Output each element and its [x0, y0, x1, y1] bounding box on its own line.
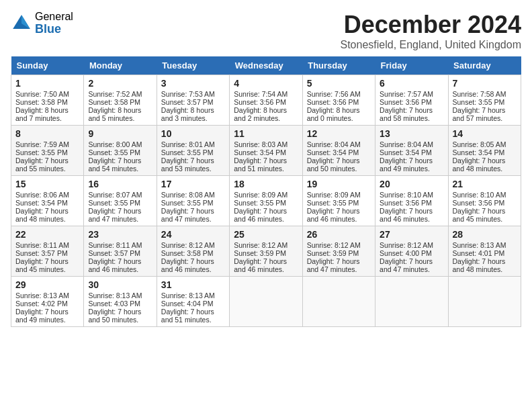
calendar-cell: 9Sunrise: 8:00 AMSunset: 3:55 PMDaylight…	[84, 126, 157, 176]
daylight-text: Daylight: 7 hours and 46 minutes.	[307, 207, 360, 223]
daylight-text: Daylight: 7 hours and 50 minutes.	[88, 308, 141, 324]
calendar-table: SundayMondayTuesdayWednesdayThursdayFrid…	[11, 56, 521, 327]
sunrise-text: Sunrise: 8:11 AM	[15, 241, 69, 249]
calendar-cell: 8Sunrise: 7:59 AMSunset: 3:55 PMDaylight…	[11, 126, 84, 176]
calendar-cell: 4Sunrise: 7:54 AMSunset: 3:56 PMDaylight…	[230, 75, 302, 126]
calendar-cell: 30Sunrise: 8:13 AMSunset: 4:03 PMDayligh…	[84, 277, 157, 327]
sunrise-text: Sunrise: 8:06 AM	[15, 191, 69, 199]
day-number: 21	[453, 179, 517, 189]
sunset-text: Sunset: 3:56 PM	[380, 98, 432, 106]
sunrise-text: Sunrise: 8:01 AM	[161, 140, 215, 148]
day-number: 16	[88, 179, 152, 189]
daylight-text: Daylight: 7 hours and 54 minutes.	[88, 156, 141, 173]
sunrise-text: Sunrise: 7:57 AM	[380, 90, 433, 98]
sunrise-text: Sunrise: 8:09 AM	[234, 191, 287, 199]
calendar-cell: 6Sunrise: 7:57 AMSunset: 3:56 PMDaylight…	[375, 75, 448, 126]
daylight-text: Daylight: 8 hours and 2 minutes.	[234, 106, 287, 122]
daylight-text: Daylight: 7 hours and 49 minutes.	[380, 156, 433, 173]
sunrise-text: Sunrise: 7:53 AM	[161, 90, 215, 98]
sunrise-text: Sunrise: 8:13 AM	[161, 291, 215, 300]
daylight-text: Daylight: 7 hours and 46 minutes.	[234, 207, 287, 223]
logo-text: General Blue	[35, 11, 73, 36]
calendar-cell: 26Sunrise: 8:12 AMSunset: 3:59 PMDayligh…	[302, 226, 375, 277]
daylight-text: Daylight: 7 hours and 57 minutes.	[453, 106, 506, 122]
calendar-cell: 10Sunrise: 8:01 AMSunset: 3:55 PMDayligh…	[157, 126, 229, 176]
calendar-cell: 2Sunrise: 7:52 AMSunset: 3:58 PMDaylight…	[84, 75, 157, 126]
daylight-text: Daylight: 7 hours and 45 minutes.	[453, 207, 506, 223]
sunset-text: Sunset: 3:59 PM	[307, 249, 359, 257]
sunset-text: Sunset: 4:02 PM	[15, 300, 68, 308]
sunrise-text: Sunrise: 8:10 AM	[380, 191, 433, 199]
calendar-cell: 18Sunrise: 8:09 AMSunset: 3:55 PMDayligh…	[230, 176, 302, 226]
daylight-text: Daylight: 7 hours and 51 minutes.	[234, 156, 287, 173]
month-title: December 2024	[340, 11, 521, 39]
day-number: 14	[453, 128, 517, 139]
logo-blue: Blue	[35, 23, 73, 36]
calendar-cell: 13Sunrise: 8:04 AMSunset: 3:54 PMDayligh…	[375, 126, 448, 176]
daylight-text: Daylight: 8 hours and 7 minutes.	[15, 106, 69, 122]
title-block: December 2024 Stonesfield, England, Unit…	[340, 11, 521, 51]
calendar-cell: 31Sunrise: 8:13 AMSunset: 4:04 PMDayligh…	[157, 277, 229, 327]
calendar-cell: 3Sunrise: 7:53 AMSunset: 3:57 PMDaylight…	[157, 75, 229, 126]
calendar-cell: 19Sunrise: 8:09 AMSunset: 3:55 PMDayligh…	[302, 176, 375, 226]
daylight-text: Daylight: 7 hours and 47 minutes.	[161, 207, 214, 223]
calendar-cell: 17Sunrise: 8:08 AMSunset: 3:55 PMDayligh…	[157, 176, 229, 226]
calendar-cell: 25Sunrise: 8:12 AMSunset: 3:59 PMDayligh…	[230, 226, 302, 277]
sunrise-text: Sunrise: 8:10 AM	[453, 191, 506, 199]
daylight-text: Daylight: 8 hours and 0 minutes.	[307, 106, 360, 122]
sunset-text: Sunset: 3:56 PM	[380, 199, 432, 207]
day-number: 28	[453, 229, 517, 240]
daylight-text: Daylight: 7 hours and 47 minutes.	[380, 257, 433, 273]
calendar-cell: 11Sunrise: 8:03 AMSunset: 3:54 PMDayligh…	[230, 126, 302, 176]
sunset-text: Sunset: 3:54 PM	[234, 148, 286, 156]
sunset-text: Sunset: 3:56 PM	[453, 199, 505, 207]
sunrise-text: Sunrise: 7:52 AM	[88, 90, 142, 98]
sunset-text: Sunset: 3:55 PM	[234, 199, 286, 207]
day-number: 8	[15, 128, 79, 139]
calendar-cell: 24Sunrise: 8:12 AMSunset: 3:58 PMDayligh…	[157, 226, 229, 277]
daylight-text: Daylight: 7 hours and 58 minutes.	[380, 106, 433, 122]
day-number: 26	[307, 229, 371, 240]
calendar-cell: 27Sunrise: 8:12 AMSunset: 4:00 PMDayligh…	[375, 226, 448, 277]
sunrise-text: Sunrise: 8:11 AM	[88, 241, 142, 249]
calendar-cell: 1Sunrise: 7:50 AMSunset: 3:58 PMDaylight…	[11, 75, 84, 126]
sunset-text: Sunset: 3:57 PM	[88, 249, 140, 257]
daylight-text: Daylight: 7 hours and 48 minutes.	[453, 156, 506, 173]
sunset-text: Sunset: 3:56 PM	[234, 98, 286, 106]
sunset-text: Sunset: 3:55 PM	[88, 199, 140, 207]
daylight-text: Daylight: 8 hours and 3 minutes.	[161, 106, 214, 122]
daylight-text: Daylight: 7 hours and 48 minutes.	[15, 207, 69, 223]
sunrise-text: Sunrise: 8:03 AM	[234, 140, 287, 148]
daylight-text: Daylight: 7 hours and 50 minutes.	[307, 156, 360, 173]
daylight-text: Daylight: 7 hours and 51 minutes.	[161, 308, 214, 324]
sunrise-text: Sunrise: 8:13 AM	[453, 241, 506, 249]
sunrise-text: Sunrise: 7:50 AM	[15, 90, 69, 98]
day-number: 31	[161, 279, 225, 290]
sunset-text: Sunset: 3:54 PM	[380, 148, 432, 156]
sunset-text: Sunset: 4:04 PM	[161, 300, 214, 308]
sunrise-text: Sunrise: 8:09 AM	[307, 191, 361, 199]
location: Stonesfield, England, United Kingdom	[340, 39, 521, 51]
calendar-cell: 12Sunrise: 8:04 AMSunset: 3:54 PMDayligh…	[302, 126, 375, 176]
daylight-text: Daylight: 7 hours and 49 minutes.	[15, 308, 69, 324]
sunrise-text: Sunrise: 8:04 AM	[307, 140, 361, 148]
calendar-body: 1Sunrise: 7:50 AMSunset: 3:58 PMDaylight…	[11, 75, 521, 327]
calendar-cell: 21Sunrise: 8:10 AMSunset: 3:56 PMDayligh…	[448, 176, 521, 226]
sunset-text: Sunset: 3:55 PM	[88, 148, 140, 156]
calendar-cell	[375, 277, 448, 327]
weekday-header-monday: Monday	[84, 56, 157, 75]
sunset-text: Sunset: 3:55 PM	[453, 98, 505, 106]
sunset-text: Sunset: 3:57 PM	[161, 98, 214, 106]
logo: General Blue	[11, 11, 73, 36]
sunrise-text: Sunrise: 8:12 AM	[307, 241, 361, 249]
sunset-text: Sunset: 3:54 PM	[15, 199, 68, 207]
calendar-cell: 16Sunrise: 8:07 AMSunset: 3:55 PMDayligh…	[84, 176, 157, 226]
sunrise-text: Sunrise: 8:07 AM	[88, 191, 142, 199]
day-number: 27	[380, 229, 443, 240]
sunset-text: Sunset: 3:58 PM	[15, 98, 68, 106]
sunrise-text: Sunrise: 7:56 AM	[307, 90, 361, 98]
daylight-text: Daylight: 7 hours and 46 minutes.	[234, 257, 287, 273]
logo-icon	[11, 13, 32, 34]
calendar-cell: 14Sunrise: 8:05 AMSunset: 3:54 PMDayligh…	[448, 126, 521, 176]
calendar-week-row: 8Sunrise: 7:59 AMSunset: 3:55 PMDaylight…	[11, 126, 521, 176]
